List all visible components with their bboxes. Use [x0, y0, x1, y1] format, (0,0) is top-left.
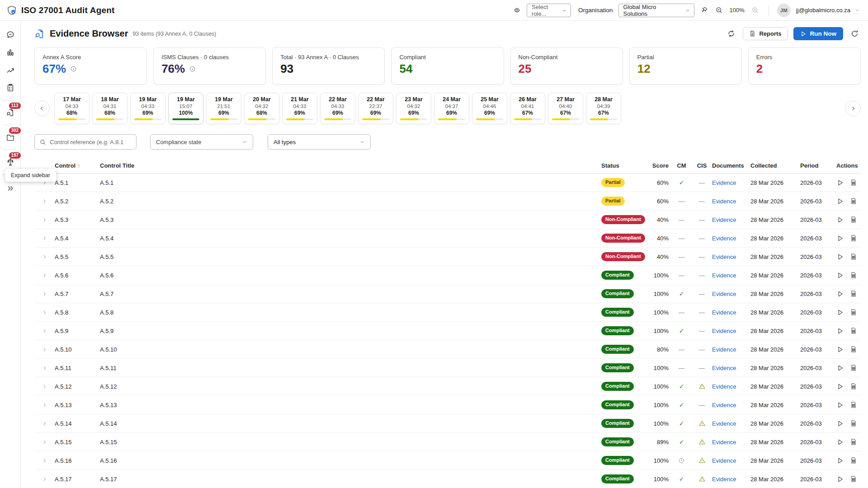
row-report-button[interactable] [850, 383, 857, 390]
evidence-link[interactable]: Evidence [712, 235, 736, 242]
role-select[interactable]: Select role... [527, 4, 571, 17]
row-run-button[interactable] [836, 179, 844, 187]
row-expand-button[interactable] [42, 328, 47, 334]
row-run-button[interactable] [836, 327, 844, 335]
timeline-card[interactable]: 20 Mar04:3268% [244, 93, 279, 124]
timeline-card[interactable]: 24 Mar04:3769% [434, 93, 469, 124]
row-report-button[interactable] [850, 272, 857, 279]
zoom-in-button[interactable] [750, 5, 760, 15]
col-period[interactable]: Period [800, 162, 836, 169]
timeline-card[interactable]: 25 Mar04:4669% [472, 93, 507, 124]
row-expand-button[interactable] [42, 384, 47, 389]
row-run-button[interactable] [836, 290, 844, 298]
row-run-button[interactable] [836, 272, 844, 279]
row-report-button[interactable] [850, 309, 857, 316]
row-report-button[interactable] [850, 401, 857, 409]
row-expand-button[interactable] [42, 198, 47, 204]
row-run-button[interactable] [836, 346, 844, 353]
row-run-button[interactable] [836, 216, 844, 224]
evidence-link[interactable]: Evidence [712, 179, 736, 186]
evidence-link[interactable]: Evidence [712, 402, 736, 408]
evidence-link[interactable]: Evidence [712, 383, 736, 390]
row-run-button[interactable] [836, 420, 844, 427]
row-expand-button[interactable] [42, 347, 47, 352]
row-expand-button[interactable] [42, 458, 47, 464]
refresh-button[interactable] [849, 28, 861, 40]
row-run-button[interactable] [836, 457, 844, 465]
row-expand-button[interactable] [42, 217, 47, 223]
sidebar-item-compliance[interactable]: 197 [2, 154, 19, 170]
row-report-button[interactable] [850, 438, 857, 446]
user-avatar[interactable]: JM [777, 4, 791, 17]
timeline-card[interactable]: 19 Mar21:5169% [206, 93, 241, 124]
row-report-button[interactable] [850, 179, 857, 187]
row-report-button[interactable] [850, 235, 857, 242]
row-run-button[interactable] [836, 197, 844, 205]
control-search-input[interactable] [50, 139, 132, 145]
row-report-button[interactable] [850, 420, 857, 427]
timeline-card[interactable]: 17 Mar04:3368% [54, 93, 90, 124]
evidence-link[interactable]: Evidence [712, 346, 736, 353]
row-run-button[interactable] [836, 401, 844, 409]
sidebar-item-chat[interactable] [2, 27, 19, 43]
evidence-link[interactable]: Evidence [712, 457, 736, 464]
row-report-button[interactable] [850, 457, 857, 465]
timeline-card[interactable]: 21 Mar04:3369% [282, 93, 317, 124]
row-expand-button[interactable] [42, 476, 47, 482]
user-email[interactable]: jj@globalmicro.co.za [796, 7, 850, 14]
row-expand-button[interactable] [42, 235, 47, 241]
zoom-out-button[interactable] [714, 5, 724, 15]
evidence-link[interactable]: Evidence [712, 272, 736, 279]
expand-sidebar-button[interactable] [2, 180, 19, 197]
row-report-button[interactable] [850, 364, 857, 372]
row-run-button[interactable] [836, 438, 844, 446]
row-expand-button[interactable] [42, 310, 47, 315]
evidence-link[interactable]: Evidence [712, 291, 736, 297]
run-now-button[interactable]: Run Now [793, 27, 844, 40]
sync-button[interactable] [725, 28, 737, 40]
evidence-link[interactable]: Evidence [712, 253, 736, 260]
timeline-card[interactable]: 26 Mar04:4167% [510, 93, 545, 124]
row-expand-button[interactable] [42, 421, 47, 427]
row-run-button[interactable] [836, 383, 844, 390]
timeline-card[interactable]: 28 Mar04:3967% [586, 93, 621, 124]
timeline-card[interactable]: 27 Mar04:4067% [548, 93, 583, 124]
row-report-button[interactable] [850, 197, 857, 205]
evidence-link[interactable]: Evidence [712, 420, 736, 427]
evidence-link[interactable]: Evidence [712, 328, 736, 334]
timeline-card[interactable]: 23 Mar04:3269% [396, 93, 431, 124]
evidence-link[interactable]: Evidence [712, 309, 736, 316]
row-report-button[interactable] [850, 327, 857, 335]
row-run-button[interactable] [836, 235, 844, 242]
row-expand-button[interactable] [42, 365, 47, 371]
evidence-link[interactable]: Evidence [712, 365, 736, 371]
row-report-button[interactable] [850, 253, 857, 261]
row-expand-button[interactable] [42, 291, 47, 297]
row-report-button[interactable] [850, 475, 857, 483]
col-control-title[interactable]: Control Title [100, 162, 601, 169]
row-run-button[interactable] [836, 309, 844, 316]
row-report-button[interactable] [850, 290, 857, 298]
sidebar-item-evidence-search[interactable]: 113 [2, 104, 19, 121]
row-expand-button[interactable] [42, 272, 47, 278]
sidebar-item-documents[interactable]: 302 [2, 129, 19, 145]
timeline-card[interactable]: 19 Mar15:07100% [168, 93, 203, 124]
sidebar-item-bar-chart[interactable] [2, 44, 19, 61]
timeline-card[interactable]: 22 Mar22:3769% [358, 93, 393, 124]
timeline-card[interactable]: 18 Mar04:3168% [92, 93, 127, 124]
col-cm[interactable]: CM [677, 162, 686, 169]
evidence-link[interactable]: Evidence [712, 476, 736, 483]
row-report-button[interactable] [850, 216, 857, 224]
col-score[interactable]: Score [652, 162, 671, 169]
organisation-select[interactable]: Global Micro Solutions [618, 4, 694, 17]
type-filter-select[interactable]: All types [268, 134, 371, 150]
row-expand-button[interactable] [42, 402, 47, 408]
col-documents[interactable]: Documents [712, 162, 750, 169]
row-report-button[interactable] [850, 346, 857, 353]
timeline-next-button[interactable] [845, 101, 861, 116]
col-cis[interactable]: CIS [697, 162, 707, 169]
sidebar-item-checklist[interactable] [2, 80, 19, 96]
col-status[interactable]: Status [601, 162, 646, 169]
col-control[interactable]: Control↑ [55, 162, 100, 169]
timeline-prev-button[interactable] [34, 101, 50, 116]
